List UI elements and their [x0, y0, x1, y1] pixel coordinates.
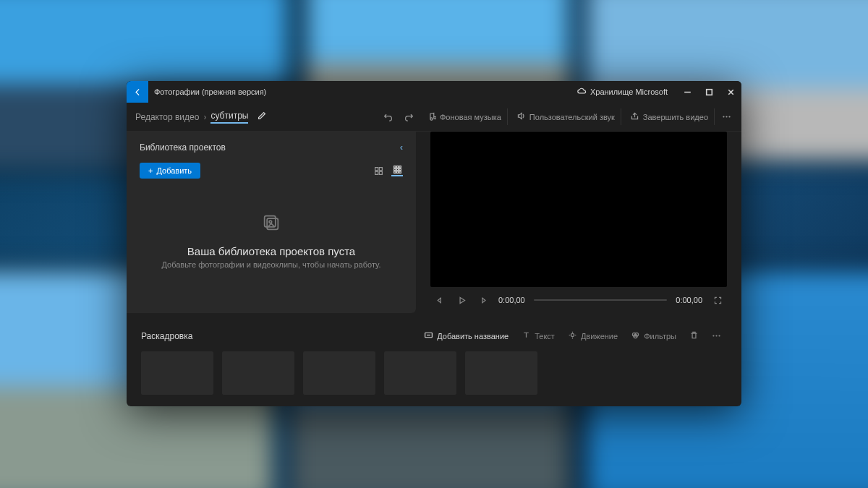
svg-point-27 [719, 335, 720, 336]
library-empty-state: Ваша библиотека проектов пуста Добавьте … [140, 179, 403, 303]
text-button[interactable]: Текст [516, 328, 561, 344]
svg-point-3 [729, 116, 730, 117]
svg-rect-0 [706, 89, 712, 95]
view-large-grid-button[interactable] [373, 165, 384, 176]
add-title-card-button[interactable]: Добавить название [418, 328, 514, 344]
view-toggle-group [373, 165, 403, 176]
svg-rect-4 [375, 167, 378, 170]
add-media-button[interactable]: + Добавить [140, 163, 200, 179]
storyboard-more-button[interactable] [706, 328, 727, 343]
play-button[interactable] [455, 294, 468, 307]
storyboard-slot[interactable] [384, 351, 456, 395]
empty-subtitle: Добавьте фотографии и видеоклипы, чтобы … [161, 260, 380, 269]
delete-clip-button[interactable] [684, 328, 705, 344]
redo-button[interactable] [400, 109, 418, 124]
speaker-icon [516, 111, 526, 122]
back-button[interactable] [127, 81, 148, 103]
storyboard-title: Раскадровка [141, 331, 192, 341]
filters-icon [631, 330, 640, 341]
library-title: Библиотека проектов [140, 142, 226, 153]
video-preview[interactable] [430, 132, 727, 287]
cloud-icon [577, 87, 587, 98]
close-button[interactable] [720, 81, 741, 103]
storyboard-slot[interactable] [303, 351, 375, 395]
main-area: Библиотека проектов ‹ + Добавить Ваша би… [127, 132, 741, 320]
bg-music-label: Фоновая музыка [440, 113, 501, 121]
motion-button[interactable]: Движение [562, 328, 624, 344]
svg-rect-13 [399, 168, 400, 170]
empty-title: Ваша библиотека проектов пуста [187, 245, 355, 257]
svg-point-25 [713, 335, 714, 336]
playback-bar: 0:00,00 0:00,00 [430, 287, 727, 313]
svg-point-26 [716, 335, 717, 336]
toolbar: Редактор видео › субтитры Фоновая музыка… [127, 103, 741, 132]
video-editor-window: Фотографии (прежняя версия) Хранилище Mi… [127, 81, 741, 406]
svg-rect-11 [393, 168, 395, 170]
svg-point-1 [723, 116, 724, 117]
maximize-button[interactable] [698, 81, 720, 103]
storyboard-panel: Раскадровка Добавить название Текст Движ… [127, 320, 741, 406]
finish-video-label: Завершить видео [643, 113, 708, 121]
custom-audio-button[interactable]: Пользовательский звук [511, 108, 621, 125]
preview-panel: 0:00,00 0:00,00 [430, 132, 727, 313]
svg-rect-16 [399, 171, 400, 172]
svg-point-21 [571, 333, 574, 336]
export-icon [630, 111, 639, 122]
collapse-library-button[interactable]: ‹ [400, 142, 403, 153]
motion-label: Движение [581, 332, 618, 341]
library-panel: Библиотека проектов ‹ + Добавить Ваша би… [127, 132, 416, 313]
storyboard-slot[interactable] [465, 351, 537, 395]
storyboard-track[interactable] [141, 351, 727, 395]
svg-rect-9 [396, 166, 398, 167]
svg-point-2 [726, 116, 727, 117]
more-button[interactable] [718, 109, 736, 124]
breadcrumb-current[interactable]: субтитры [210, 111, 248, 124]
svg-rect-15 [396, 171, 398, 172]
prev-frame-button[interactable] [433, 294, 446, 307]
svg-rect-5 [379, 167, 382, 170]
finish-video-button[interactable]: Завершить видео [624, 108, 715, 125]
chevron-right-icon: › [203, 112, 206, 122]
svg-rect-14 [393, 171, 395, 172]
breadcrumb: Редактор видео › субтитры [135, 111, 267, 124]
playback-current-time: 0:00,00 [498, 296, 525, 304]
window-controls [676, 81, 741, 103]
motion-icon [568, 330, 577, 341]
image-stack-icon [261, 213, 281, 238]
trash-icon [689, 330, 699, 341]
pencil-icon[interactable] [257, 111, 267, 123]
storyboard-slot[interactable] [222, 351, 294, 395]
titlebar: Фотографии (прежняя версия) Хранилище Mi… [127, 81, 741, 103]
bg-music-button[interactable]: Фоновая музыка [421, 108, 508, 125]
view-small-grid-button[interactable] [391, 165, 403, 176]
svg-rect-10 [399, 166, 400, 167]
cloud-storage-link[interactable]: Хранилище Microsoft [577, 87, 668, 98]
add-title-card-label: Добавить название [437, 332, 509, 341]
custom-audio-label: Пользовательский звук [529, 113, 615, 121]
playback-total-time: 0:00,00 [676, 296, 702, 304]
minimize-button[interactable] [676, 81, 698, 103]
add-media-label: Добавить [156, 166, 192, 175]
storyboard-slot[interactable] [141, 351, 213, 395]
filters-button[interactable]: Фильтры [625, 328, 682, 344]
filters-label: Фильтры [644, 332, 676, 341]
next-frame-button[interactable] [477, 294, 490, 307]
plus-icon: + [148, 166, 153, 175]
title-card-icon [424, 330, 433, 341]
cloud-storage-label: Хранилище Microsoft [590, 87, 668, 96]
undo-button[interactable] [379, 109, 397, 124]
svg-rect-7 [379, 171, 382, 174]
seek-slider[interactable] [534, 299, 668, 301]
svg-rect-12 [396, 168, 398, 170]
text-label: Текст [535, 332, 555, 341]
fullscreen-button[interactable] [711, 294, 724, 307]
svg-rect-6 [375, 171, 378, 174]
svg-rect-8 [393, 166, 395, 167]
music-note-icon [427, 111, 436, 122]
app-title: Фотографии (прежняя версия) [154, 87, 266, 96]
storyboard-actions: Добавить название Текст Движение Фильтры [418, 328, 727, 344]
text-icon [522, 330, 531, 341]
breadcrumb-root[interactable]: Редактор видео [135, 112, 199, 122]
